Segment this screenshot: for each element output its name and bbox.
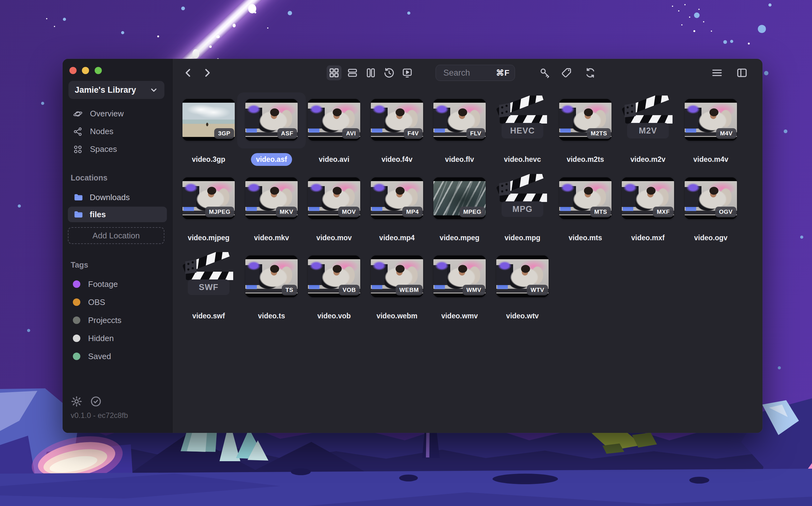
format-badge: AVI	[342, 128, 360, 139]
file-tile[interactable]: AVI video.avi	[300, 92, 368, 166]
file-name-label: video.webm	[371, 310, 423, 322]
file-name-label: video.mpg	[499, 232, 545, 244]
file-tile[interactable]: M2V video.m2v	[614, 92, 682, 166]
minimize-window-button[interactable]	[82, 67, 89, 74]
add-location-button[interactable]: Add Location	[68, 227, 164, 244]
player-view-button[interactable]	[401, 67, 413, 78]
sidebar-location-downloads[interactable]: Downloads	[68, 189, 167, 205]
refresh-icon[interactable]	[584, 67, 596, 79]
file-tile[interactable]: M2TS video.m2ts	[551, 92, 619, 166]
file-thumbnail: MJPEG	[174, 171, 243, 227]
file-tile[interactable]: MP4 video.mp4	[363, 171, 431, 245]
sidebar-tag-footage[interactable]: Footage	[63, 275, 172, 293]
toolbar: ⌘F	[172, 59, 762, 87]
tags-list: Footage OBS Projeccts Hidden Saved	[63, 275, 172, 365]
format-badge: MJPEG	[205, 206, 234, 217]
file-name-label: video.mjpeg	[183, 232, 234, 244]
nodes-icon	[73, 126, 83, 137]
sidebar-nav-label: Nodes	[90, 126, 113, 136]
file-thumbnail: MKV	[237, 171, 306, 227]
clapper-format-label: SWF	[188, 279, 229, 295]
settings-gear-icon[interactable]	[71, 396, 82, 407]
clapperboard-icon: M2V	[621, 95, 674, 142]
check-circle-icon[interactable]	[90, 396, 102, 407]
format-badge: WTV	[527, 285, 548, 295]
app-version: v0.1.0 - ec72c8fb	[71, 411, 128, 420]
file-thumbnail: TS	[237, 249, 306, 305]
columns-view-button[interactable]	[365, 67, 376, 78]
sidebar-tag-hidden[interactable]: Hidden	[63, 329, 172, 347]
file-thumbnail: WMV	[425, 249, 494, 305]
file-tile[interactable]: ASF video.asf	[237, 92, 306, 166]
sidebar-item-spaces[interactable]: Spaces	[63, 140, 172, 158]
file-tile[interactable]: TS video.ts	[237, 249, 306, 323]
file-tile[interactable]: MJPEG video.mjpeg	[174, 171, 243, 245]
search-field[interactable]: ⌘F	[436, 65, 515, 81]
zoom-window-button[interactable]	[95, 67, 102, 74]
tags-header: Tags	[71, 260, 88, 269]
sidebar-nav-label: Overview	[90, 109, 124, 118]
tag-label: Saved	[88, 352, 111, 361]
format-badge: MKV	[276, 206, 297, 217]
file-tile[interactable]: WEBM video.webm	[363, 249, 431, 323]
format-badge: F4V	[404, 128, 423, 139]
file-tile[interactable]: F4V video.f4v	[363, 92, 431, 166]
search-input[interactable]	[443, 68, 496, 78]
file-tile[interactable]: WTV video.wtv	[488, 249, 557, 323]
file-tile[interactable]: SWF video.swf	[174, 249, 243, 323]
file-tile[interactable]: HEVC video.hevc	[488, 92, 557, 166]
menu-icon[interactable]	[711, 67, 723, 79]
sidebar-item-nodes[interactable]: Nodes	[63, 122, 172, 140]
tag-color-dot	[73, 317, 80, 324]
format-badge: TS	[282, 285, 297, 295]
file-tile[interactable]: MPG video.mpg	[488, 171, 557, 245]
sidebar-tag-projeccts[interactable]: Projeccts	[63, 311, 172, 329]
forward-button[interactable]	[202, 67, 213, 78]
file-tile[interactable]: MXF video.mxf	[614, 171, 682, 245]
library-dropdown[interactable]: Jamie's Library	[69, 81, 164, 99]
file-tile[interactable]: M4V video.m4v	[677, 92, 745, 166]
key-icon[interactable]	[539, 67, 551, 79]
sidebar-tag-saved[interactable]: Saved	[63, 347, 172, 365]
tag-color-dot	[73, 353, 80, 360]
tag-label: Footage	[88, 279, 118, 289]
file-thumbnail: MP4	[363, 171, 431, 227]
file-tile[interactable]: 3GP video.3gp	[174, 92, 243, 166]
close-window-button[interactable]	[69, 67, 77, 74]
sidebar-toggle-icon[interactable]	[736, 67, 748, 79]
sidebar-tag-obs[interactable]: OBS	[63, 293, 172, 311]
file-tile[interactable]: OGV video.ogv	[677, 171, 745, 245]
file-tile[interactable]: WMV video.wmv	[425, 249, 494, 323]
tag-label: Projeccts	[88, 316, 122, 325]
file-tile[interactable]: MOV video.mov	[300, 171, 368, 245]
file-thumbnail: VOB	[300, 249, 368, 305]
format-badge: ASF	[277, 128, 297, 139]
location-label: Downloads	[90, 193, 130, 202]
grid-view-button[interactable]	[328, 67, 340, 78]
file-thumbnail: M2TS	[551, 92, 619, 149]
file-name-label: video.hevc	[499, 153, 546, 166]
file-name-label: video.3gp	[187, 153, 230, 166]
tag-icon[interactable]	[561, 67, 572, 79]
clapper-format-label: HEVC	[502, 123, 543, 139]
format-badge: MXF	[653, 206, 673, 217]
file-thumbnail: WEBM	[363, 249, 431, 305]
history-view-button[interactable]	[383, 67, 394, 78]
format-badge: MPEG	[459, 206, 485, 217]
file-thumbnail: 3GP	[174, 92, 243, 149]
format-badge: FLV	[466, 128, 485, 139]
tag-label: Hidden	[88, 334, 114, 343]
list-view-button[interactable]	[347, 67, 358, 78]
file-tile[interactable]: FLV video.flv	[425, 92, 494, 166]
file-thumbnail: MOV	[300, 171, 368, 227]
file-thumbnail: M4V	[677, 92, 745, 149]
sidebar-item-overview[interactable]: Overview	[63, 105, 172, 122]
file-tile[interactable]: MPEG video.mpeg	[425, 171, 494, 245]
format-badge: MTS	[590, 206, 611, 217]
file-tile[interactable]: VOB video.vob	[300, 249, 368, 323]
file-name-label: video.ogv	[689, 232, 732, 244]
back-button[interactable]	[183, 67, 194, 78]
file-tile[interactable]: MTS video.mts	[551, 171, 619, 245]
sidebar-location-files[interactable]: files	[68, 206, 167, 222]
file-tile[interactable]: MKV video.mkv	[237, 171, 306, 245]
